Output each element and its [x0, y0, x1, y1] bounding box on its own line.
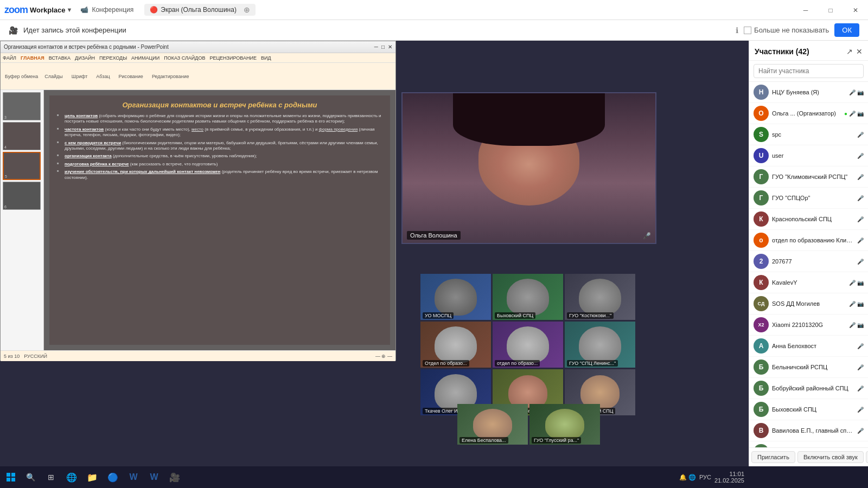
avatar: Г — [754, 169, 769, 184]
mic-icon: 🎤 — [857, 216, 864, 222]
participant-item[interactable]: 2 207677 🎤 — [749, 251, 868, 272]
participant-icons: 🎤 📷 — [849, 89, 864, 95]
participant-item[interactable]: А Анна Белохвост 🎤 — [749, 336, 868, 357]
toolbar-editing: Редактирование — [148, 73, 194, 80]
taskbar-clock: 11:01 21.02.2025 — [714, 471, 744, 484]
avatar: В — [754, 423, 769, 438]
participant-item[interactable]: К Краснопольский СПЦ 🎤 — [749, 209, 868, 230]
participant-item[interactable]: Б Белыничский РСПЦ 🎤 — [749, 357, 868, 378]
taskbar-word2[interactable]: W — [144, 467, 164, 487]
thumb-kostyukovichi: ГУО "Костюкови..." — [565, 274, 635, 320]
ppt-maximize[interactable]: □ — [381, 44, 385, 50]
unmute-self-btn[interactable]: Включить свой звук — [797, 451, 864, 463]
video-icon: 📷 — [857, 301, 864, 307]
word2-icon: W — [150, 472, 158, 482]
restore-btn[interactable]: Восстанов... — [866, 451, 868, 463]
recording-icon: 🎥 — [9, 26, 18, 35]
tab-home[interactable]: ГЛАВНАЯ — [21, 55, 44, 61]
taskbar-lang: РУС — [699, 474, 711, 480]
participant-name: SOS ДД Могилев — [772, 300, 846, 307]
taskview-icon: ⊞ — [48, 473, 54, 481]
tab-file[interactable]: ФАЙЛ — [3, 55, 16, 61]
speaker-video: Ольга Волошина 🎤 — [401, 92, 656, 244]
tab-view[interactable]: ВИД — [261, 55, 271, 61]
close-btn[interactable]: ✕ — [843, 0, 868, 20]
minimize-btn[interactable]: ─ — [793, 0, 818, 20]
no-show-checkbox[interactable] — [744, 27, 751, 34]
participant-icons: 🎤 — [857, 407, 864, 413]
participant-icons: 🎤 📷 — [849, 301, 864, 307]
participant-item[interactable]: Х2 Xiaomi 22101320G 🎤 📷 — [749, 314, 868, 336]
speaker-mic-icon: 🎤 — [643, 232, 651, 240]
participant-item[interactable]: К KavalevY 🎤 📷 — [749, 272, 868, 293]
participant-icons: 🎤 📷 — [849, 322, 864, 328]
ppt-statusbar: 5 из 10 РУССКИЙ — ⊕ — — [1, 350, 395, 361]
tab-slideshow[interactable]: ПОКАЗ СЛАЙДОВ — [164, 55, 205, 61]
thumb-elena: Елена Беспалова... — [457, 404, 528, 445]
thumb-otdel2: отдел по образо... — [493, 322, 563, 368]
slide-thumb-5[interactable]: 5 — [3, 152, 41, 180]
taskbar-systray: 🔔 🌐 РУС 11:01 21.02.2025 — [675, 466, 749, 488]
maximize-btn[interactable]: □ — [818, 0, 843, 20]
participant-item[interactable]: О Ольга ... (Организатор) ● 🎤 📷 — [749, 103, 868, 124]
taskbar-word[interactable]: W — [124, 467, 143, 487]
participant-item[interactable]: Б Бобруйский районный СПЦ 🎤 — [749, 378, 868, 399]
participant-icons: 🎤 — [857, 132, 864, 138]
mic-icon: 🎤 — [849, 280, 856, 286]
participants-close-btn[interactable]: ✕ — [856, 47, 863, 56]
tab-design[interactable]: ДИЗАЙН — [75, 55, 95, 61]
tab-insert[interactable]: ВСТАВКА — [49, 55, 71, 61]
participant-item[interactable]: Г ГУО "Климовичский РСПЦ" 🎤 — [749, 166, 868, 188]
tab-transitions[interactable]: ПЕРЕХОДЫ — [99, 55, 127, 61]
app-dropdown-arrow[interactable]: ▼ — [67, 7, 73, 13]
thumb-uo-mospc: УО МОСПЦ — [420, 274, 491, 320]
participant-item[interactable]: Г Горецкий районный СПЦ 🎤 — [749, 441, 868, 447]
screenshare-tab[interactable]: 🔴 Экран (Ольга Волошина) ⊕ — [144, 4, 256, 16]
presentation-area: Организация контактов и встреч ребёнка с… — [0, 41, 749, 466]
tab-animations[interactable]: АНИМАЦИИ — [131, 55, 159, 61]
participant-item[interactable]: о отдел по образованию Климови... 🎤 — [749, 230, 868, 251]
participant-item[interactable]: Б Быховский СПЦ 🎤 — [749, 399, 868, 420]
participant-item[interactable]: Н НЦУ Буняева (Я) 🎤 📷 — [749, 82, 868, 103]
recording-ok-btn[interactable]: ОК — [834, 23, 859, 37]
search-icon: 🔍 — [26, 473, 35, 481]
screenshare-close-btn[interactable]: ⊕ — [244, 5, 250, 14]
workplace-label: Workplace — [30, 6, 66, 14]
invite-btn[interactable]: Пригласить — [751, 451, 795, 463]
slide-thumb-4[interactable]: 4 — [3, 122, 41, 150]
avatar: К — [754, 211, 769, 227]
taskbar-ie[interactable]: 🌐 — [62, 467, 81, 487]
ppt-minimize[interactable]: ─ — [374, 44, 378, 50]
participant-name: Ольга ... (Организатор) — [772, 110, 841, 117]
no-show-option[interactable]: Больше не показывать — [744, 26, 829, 34]
toolbar-slides: Слайды — [40, 73, 67, 80]
taskbar-chrome[interactable]: 🔵 — [103, 467, 123, 487]
taskbar: 🔍 ⊞ 🌐 📁 🔵 W W 🎥 🔔 🌐 РУС 11:01 21.02.2025 — [0, 466, 868, 488]
taskbar-zoom[interactable]: 🎥 — [165, 467, 184, 487]
slide-thumb-3[interactable]: 3 — [3, 92, 41, 120]
speaker-name: Ольга Волошина — [407, 231, 461, 240]
tab-review[interactable]: РЕЦЕНЗИРОВАНИЕ — [209, 55, 257, 61]
taskbar-taskview[interactable]: ⊞ — [41, 467, 61, 487]
thumb-label-6: ГУО "СПЦ Ленинс..." — [567, 360, 618, 367]
avatar: о — [754, 233, 769, 248]
video-icon: 📷 — [857, 322, 864, 328]
participant-name: Белыничский РСПЦ — [772, 364, 854, 370]
participants-expand-btn[interactable]: ↗ — [846, 47, 853, 56]
participant-item[interactable]: S spc 🎤 — [749, 124, 868, 145]
participants-search-container — [749, 61, 868, 82]
taskbar-explorer[interactable]: 📁 — [82, 467, 102, 487]
slide-thumb-6[interactable]: 6 — [3, 182, 41, 210]
participant-item[interactable]: Г ГУО "СПЦОр" 🎤 — [749, 188, 868, 209]
participant-icons: ● 🎤 📷 — [844, 111, 864, 117]
participant-item[interactable]: U user 🎤 — [749, 145, 868, 166]
ppt-close[interactable]: ✕ — [388, 44, 392, 50]
participant-icons: 🎤 — [857, 259, 864, 265]
start-button[interactable] — [2, 468, 20, 486]
participants-search-input[interactable] — [754, 64, 864, 78]
taskbar-search[interactable]: 🔍 — [21, 467, 40, 487]
thumb-bykovsky: Быховский СПЦ — [493, 274, 563, 320]
participant-item[interactable]: В Вавилова Е.П., главный специ... 🎤 — [749, 420, 868, 441]
ppt-titlebar: Организация контактов и встреч ребёнка с… — [1, 41, 395, 53]
participant-item[interactable]: СД SOS ДД Могилев 🎤 📷 — [749, 293, 868, 314]
